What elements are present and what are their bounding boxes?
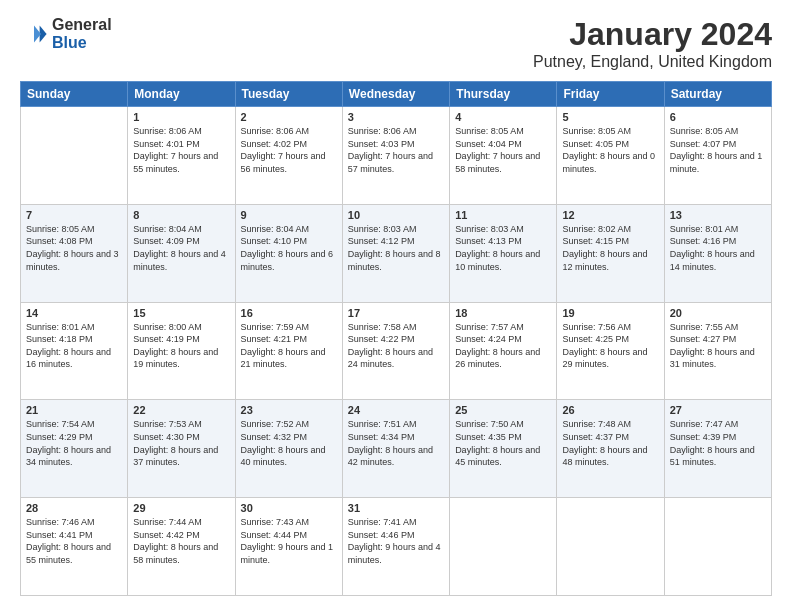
sunset-time: Sunset: 4:18 PM	[26, 334, 93, 344]
daylight-hours: Daylight: 8 hours and 48 minutes.	[562, 445, 647, 468]
sunrise-time: Sunrise: 7:50 AM	[455, 419, 524, 429]
day-info: Sunrise: 8:05 AM Sunset: 4:04 PM Dayligh…	[455, 125, 551, 175]
day-number: 12	[562, 209, 658, 221]
daylight-hours: Daylight: 8 hours and 42 minutes.	[348, 445, 433, 468]
day-number: 1	[133, 111, 229, 123]
sunset-time: Sunset: 4:09 PM	[133, 236, 200, 246]
logo-text: General Blue	[52, 16, 112, 52]
daylight-hours: Daylight: 8 hours and 8 minutes.	[348, 249, 441, 272]
daylight-hours: Daylight: 8 hours and 10 minutes.	[455, 249, 540, 272]
calendar-cell: 31 Sunrise: 7:41 AM Sunset: 4:46 PM Dayl…	[342, 498, 449, 596]
day-info: Sunrise: 7:59 AM Sunset: 4:21 PM Dayligh…	[241, 321, 337, 371]
sunrise-time: Sunrise: 7:58 AM	[348, 322, 417, 332]
calendar-cell: 25 Sunrise: 7:50 AM Sunset: 4:35 PM Dayl…	[450, 400, 557, 498]
day-number: 25	[455, 404, 551, 416]
day-number: 6	[670, 111, 766, 123]
sunrise-time: Sunrise: 7:52 AM	[241, 419, 310, 429]
daylight-hours: Daylight: 8 hours and 55 minutes.	[26, 542, 111, 565]
sunrise-time: Sunrise: 8:05 AM	[455, 126, 524, 136]
day-number: 30	[241, 502, 337, 514]
sunrise-time: Sunrise: 7:55 AM	[670, 322, 739, 332]
calendar-cell: 22 Sunrise: 7:53 AM Sunset: 4:30 PM Dayl…	[128, 400, 235, 498]
sunrise-time: Sunrise: 8:04 AM	[133, 224, 202, 234]
day-info: Sunrise: 7:50 AM Sunset: 4:35 PM Dayligh…	[455, 418, 551, 468]
week-row-3: 14 Sunrise: 8:01 AM Sunset: 4:18 PM Dayl…	[21, 302, 772, 400]
calendar-cell: 3 Sunrise: 8:06 AM Sunset: 4:03 PM Dayli…	[342, 107, 449, 205]
day-info: Sunrise: 7:58 AM Sunset: 4:22 PM Dayligh…	[348, 321, 444, 371]
weekday-header-thursday: Thursday	[450, 82, 557, 107]
day-info: Sunrise: 7:52 AM Sunset: 4:32 PM Dayligh…	[241, 418, 337, 468]
calendar-cell: 16 Sunrise: 7:59 AM Sunset: 4:21 PM Dayl…	[235, 302, 342, 400]
sunrise-time: Sunrise: 7:47 AM	[670, 419, 739, 429]
day-info: Sunrise: 7:56 AM Sunset: 4:25 PM Dayligh…	[562, 321, 658, 371]
logo: General Blue	[20, 16, 112, 52]
daylight-hours: Daylight: 8 hours and 0 minutes.	[562, 151, 655, 174]
sunset-time: Sunset: 4:46 PM	[348, 530, 415, 540]
daylight-hours: Daylight: 9 hours and 4 minutes.	[348, 542, 441, 565]
calendar-cell	[557, 498, 664, 596]
sunrise-time: Sunrise: 8:01 AM	[26, 322, 95, 332]
daylight-hours: Daylight: 8 hours and 31 minutes.	[670, 347, 755, 370]
sunrise-time: Sunrise: 7:48 AM	[562, 419, 631, 429]
sunrise-time: Sunrise: 7:41 AM	[348, 517, 417, 527]
calendar-cell: 26 Sunrise: 7:48 AM Sunset: 4:37 PM Dayl…	[557, 400, 664, 498]
day-number: 22	[133, 404, 229, 416]
sunset-time: Sunset: 4:07 PM	[670, 139, 737, 149]
day-number: 15	[133, 307, 229, 319]
calendar-cell: 15 Sunrise: 8:00 AM Sunset: 4:19 PM Dayl…	[128, 302, 235, 400]
day-info: Sunrise: 8:04 AM Sunset: 4:09 PM Dayligh…	[133, 223, 229, 273]
calendar-cell	[664, 498, 771, 596]
calendar-cell	[21, 107, 128, 205]
day-number: 24	[348, 404, 444, 416]
calendar-cell: 19 Sunrise: 7:56 AM Sunset: 4:25 PM Dayl…	[557, 302, 664, 400]
sunset-time: Sunset: 4:15 PM	[562, 236, 629, 246]
sunset-time: Sunset: 4:35 PM	[455, 432, 522, 442]
calendar-cell: 6 Sunrise: 8:05 AM Sunset: 4:07 PM Dayli…	[664, 107, 771, 205]
daylight-hours: Daylight: 8 hours and 40 minutes.	[241, 445, 326, 468]
month-title: January 2024	[533, 16, 772, 53]
daylight-hours: Daylight: 8 hours and 45 minutes.	[455, 445, 540, 468]
weekday-header-wednesday: Wednesday	[342, 82, 449, 107]
day-number: 16	[241, 307, 337, 319]
day-number: 9	[241, 209, 337, 221]
sunset-time: Sunset: 4:41 PM	[26, 530, 93, 540]
sunset-time: Sunset: 4:10 PM	[241, 236, 308, 246]
daylight-hours: Daylight: 8 hours and 4 minutes.	[133, 249, 226, 272]
sunrise-time: Sunrise: 7:53 AM	[133, 419, 202, 429]
sunrise-time: Sunrise: 8:05 AM	[26, 224, 95, 234]
day-number: 13	[670, 209, 766, 221]
day-info: Sunrise: 7:46 AM Sunset: 4:41 PM Dayligh…	[26, 516, 122, 566]
sunrise-time: Sunrise: 8:03 AM	[455, 224, 524, 234]
calendar-cell: 10 Sunrise: 8:03 AM Sunset: 4:12 PM Dayl…	[342, 204, 449, 302]
calendar-cell: 4 Sunrise: 8:05 AM Sunset: 4:04 PM Dayli…	[450, 107, 557, 205]
calendar-cell: 8 Sunrise: 8:04 AM Sunset: 4:09 PM Dayli…	[128, 204, 235, 302]
sunrise-time: Sunrise: 7:59 AM	[241, 322, 310, 332]
day-info: Sunrise: 8:01 AM Sunset: 4:18 PM Dayligh…	[26, 321, 122, 371]
day-info: Sunrise: 8:06 AM Sunset: 4:02 PM Dayligh…	[241, 125, 337, 175]
day-info: Sunrise: 7:41 AM Sunset: 4:46 PM Dayligh…	[348, 516, 444, 566]
sunrise-time: Sunrise: 8:00 AM	[133, 322, 202, 332]
daylight-hours: Daylight: 7 hours and 57 minutes.	[348, 151, 433, 174]
sunrise-time: Sunrise: 7:43 AM	[241, 517, 310, 527]
calendar-cell: 9 Sunrise: 8:04 AM Sunset: 4:10 PM Dayli…	[235, 204, 342, 302]
day-number: 23	[241, 404, 337, 416]
daylight-hours: Daylight: 9 hours and 1 minute.	[241, 542, 334, 565]
sunset-time: Sunset: 4:37 PM	[562, 432, 629, 442]
daylight-hours: Daylight: 8 hours and 26 minutes.	[455, 347, 540, 370]
calendar-cell: 11 Sunrise: 8:03 AM Sunset: 4:13 PM Dayl…	[450, 204, 557, 302]
day-info: Sunrise: 7:44 AM Sunset: 4:42 PM Dayligh…	[133, 516, 229, 566]
sunset-time: Sunset: 4:03 PM	[348, 139, 415, 149]
day-info: Sunrise: 8:01 AM Sunset: 4:16 PM Dayligh…	[670, 223, 766, 273]
day-info: Sunrise: 8:05 AM Sunset: 4:05 PM Dayligh…	[562, 125, 658, 175]
week-row-2: 7 Sunrise: 8:05 AM Sunset: 4:08 PM Dayli…	[21, 204, 772, 302]
week-row-5: 28 Sunrise: 7:46 AM Sunset: 4:41 PM Dayl…	[21, 498, 772, 596]
sunset-time: Sunset: 4:34 PM	[348, 432, 415, 442]
calendar-cell: 21 Sunrise: 7:54 AM Sunset: 4:29 PM Dayl…	[21, 400, 128, 498]
day-number: 8	[133, 209, 229, 221]
weekday-header-tuesday: Tuesday	[235, 82, 342, 107]
day-info: Sunrise: 7:55 AM Sunset: 4:27 PM Dayligh…	[670, 321, 766, 371]
day-info: Sunrise: 8:05 AM Sunset: 4:08 PM Dayligh…	[26, 223, 122, 273]
daylight-hours: Daylight: 8 hours and 14 minutes.	[670, 249, 755, 272]
calendar-cell: 2 Sunrise: 8:06 AM Sunset: 4:02 PM Dayli…	[235, 107, 342, 205]
sunrise-time: Sunrise: 7:51 AM	[348, 419, 417, 429]
